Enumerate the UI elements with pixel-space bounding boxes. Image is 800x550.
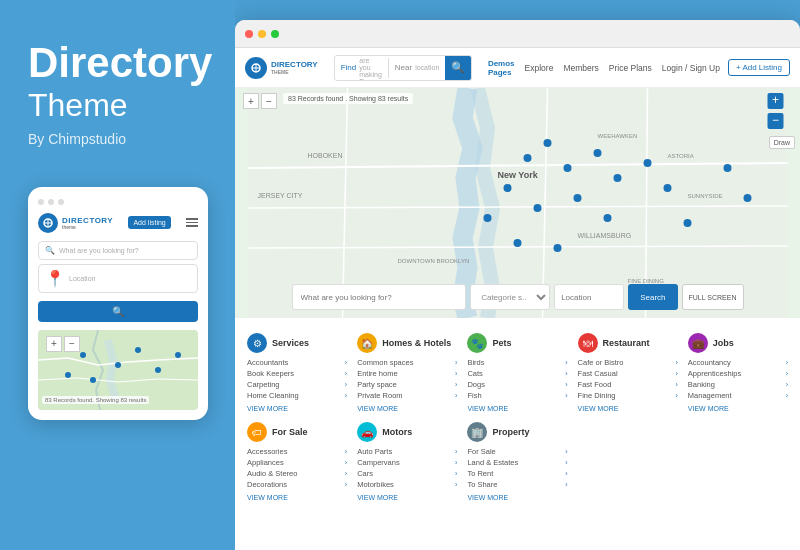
nav-near-value[interactable]: location bbox=[415, 64, 439, 71]
map-zoom-in-button[interactable]: + bbox=[243, 93, 259, 109]
cat-header-jobs[interactable]: 💼 Jobs bbox=[688, 333, 788, 353]
svg-point-36 bbox=[664, 184, 672, 192]
nav-find-value[interactable]: What are you making R... bbox=[359, 55, 382, 81]
svg-text:DOWNTOWN BROOKLYN: DOWNTOWN BROOKLYN bbox=[398, 258, 470, 264]
nav-logo: DIRECTORY theme bbox=[245, 57, 318, 79]
list-item[interactable]: Party space› bbox=[357, 380, 457, 389]
list-item[interactable]: Birds› bbox=[467, 358, 567, 367]
cat-item-label: Fast Food bbox=[578, 380, 612, 389]
map-search-button[interactable]: Search bbox=[628, 284, 677, 310]
list-item[interactable]: Accessories› bbox=[247, 447, 347, 456]
list-item[interactable]: To Rent› bbox=[467, 469, 567, 478]
mock-near-input[interactable]: Location bbox=[69, 275, 95, 282]
list-item[interactable]: To Share› bbox=[467, 480, 567, 489]
nav-link-members[interactable]: Members bbox=[563, 63, 598, 73]
svg-point-34 bbox=[614, 174, 622, 182]
list-item[interactable]: Appliances› bbox=[247, 458, 347, 467]
cat-item-arrow-icon: › bbox=[455, 381, 457, 388]
list-item[interactable]: Land & Estates› bbox=[467, 458, 567, 467]
list-item[interactable]: Fish› bbox=[467, 391, 567, 400]
map-zoom-out-button[interactable]: − bbox=[261, 93, 277, 109]
cat-title-for-sale: For Sale bbox=[272, 427, 308, 437]
list-item[interactable]: Common spaces› bbox=[357, 358, 457, 367]
list-item[interactable]: Carpeting› bbox=[247, 380, 347, 389]
map-draw-button[interactable]: Draw bbox=[769, 136, 795, 149]
list-item[interactable]: Motorbikes› bbox=[357, 480, 457, 489]
mock-hamburger-icon[interactable] bbox=[186, 218, 198, 227]
list-item[interactable]: Accountants› bbox=[247, 358, 347, 367]
list-item[interactable]: For Sale› bbox=[467, 447, 567, 456]
cat-title-property: Property bbox=[492, 427, 529, 437]
list-item[interactable]: Fine Dining› bbox=[578, 391, 678, 400]
list-item[interactable]: Campervans› bbox=[357, 458, 457, 467]
cat-title-homes-hotels: Homes & Hotels bbox=[382, 338, 451, 348]
list-item[interactable]: Banking› bbox=[688, 380, 788, 389]
list-item[interactable]: Apprenticeships› bbox=[688, 369, 788, 378]
svg-point-6 bbox=[135, 347, 141, 353]
browser-mockup: DIRECTORY theme Find What are you making… bbox=[235, 20, 800, 550]
cat-item-label: Cats bbox=[467, 369, 482, 378]
nav-link-demos[interactable]: DemosPages bbox=[488, 59, 515, 77]
cat-view-more-for-sale[interactable]: VIEW MORE bbox=[247, 494, 347, 501]
cat-item-label: Management bbox=[688, 391, 732, 400]
list-item[interactable]: Cafe or Bistro› bbox=[578, 358, 678, 367]
list-item[interactable]: Book Keepers› bbox=[247, 369, 347, 378]
nav-search-button[interactable]: 🔍 bbox=[445, 55, 471, 81]
map-zoom-controls[interactable]: + − bbox=[243, 93, 277, 109]
cat-item-arrow-icon: › bbox=[786, 381, 788, 388]
cat-header-pets[interactable]: 🐾 Pets bbox=[467, 333, 567, 353]
cat-item-label: Accessories bbox=[247, 447, 287, 456]
cat-view-more-jobs[interactable]: VIEW MORE bbox=[688, 405, 788, 412]
browser-dot-minimize bbox=[258, 30, 266, 38]
map-location-input[interactable] bbox=[554, 284, 624, 310]
mock-search-button[interactable]: 🔍 bbox=[38, 301, 198, 322]
list-item[interactable]: Home Cleaning› bbox=[247, 391, 347, 400]
nav-link-login[interactable]: Login / Sign Up bbox=[662, 63, 720, 73]
cat-header-motors[interactable]: 🚗 Motors bbox=[357, 422, 457, 442]
nav-add-listing-button[interactable]: + Add Listing bbox=[728, 59, 790, 76]
svg-point-33 bbox=[594, 149, 602, 157]
cat-item-arrow-icon: › bbox=[565, 481, 567, 488]
cat-view-more-pets[interactable]: VIEW MORE bbox=[467, 405, 567, 412]
list-item[interactable]: Auto Parts› bbox=[357, 447, 457, 456]
categories-grid: ⚙ Services Accountants›Book Keepers›Carp… bbox=[247, 333, 788, 501]
cat-header-property[interactable]: 🏢 Property bbox=[467, 422, 567, 442]
list-item[interactable]: Decorations› bbox=[247, 480, 347, 489]
mock-zoom-in[interactable]: + bbox=[46, 336, 62, 352]
list-item[interactable]: Management› bbox=[688, 391, 788, 400]
cat-header-homes-hotels[interactable]: 🏠 Homes & Hotels bbox=[357, 333, 457, 353]
list-item[interactable]: Audio & Stereo› bbox=[247, 469, 347, 478]
mock-zoom-out[interactable]: − bbox=[64, 336, 80, 352]
list-item[interactable]: Cars› bbox=[357, 469, 457, 478]
mock-window-dots bbox=[38, 199, 198, 205]
map-category-select[interactable]: Categorie s... bbox=[470, 284, 550, 310]
mock-add-listing-button[interactable]: Add listing bbox=[128, 216, 170, 229]
cat-header-services[interactable]: ⚙ Services bbox=[247, 333, 347, 353]
cat-header-for-sale[interactable]: 🏷 For Sale bbox=[247, 422, 347, 442]
list-item[interactable]: Entire home› bbox=[357, 369, 457, 378]
nav-search-bar[interactable]: Find What are you making R... Near locat… bbox=[334, 55, 472, 81]
cat-view-more-homes-hotels[interactable]: VIEW MORE bbox=[357, 405, 457, 412]
list-item[interactable]: Accountancy› bbox=[688, 358, 788, 367]
cat-item-arrow-icon: › bbox=[786, 359, 788, 366]
cat-view-more-restaurant[interactable]: VIEW MORE bbox=[578, 405, 678, 412]
mock-map-controls[interactable]: + − bbox=[46, 336, 80, 352]
nav-near-section: Near location bbox=[389, 63, 445, 72]
list-item[interactable]: Fast Food› bbox=[578, 380, 678, 389]
cat-view-more-property[interactable]: VIEW MORE bbox=[467, 494, 567, 501]
list-item[interactable]: Dogs› bbox=[467, 380, 567, 389]
map-search-input[interactable] bbox=[292, 284, 467, 310]
cat-view-more-services[interactable]: VIEW MORE bbox=[247, 405, 347, 412]
mock-find-input[interactable]: What are you looking for? bbox=[59, 247, 139, 254]
category-col-jobs: 💼 Jobs Accountancy›Apprenticeships›Banki… bbox=[688, 333, 788, 412]
cat-header-restaurant[interactable]: 🍽 Restaurant bbox=[578, 333, 678, 353]
list-item[interactable]: Private Room› bbox=[357, 391, 457, 400]
map-fullscreen-button[interactable]: FULL SCREEN bbox=[682, 284, 744, 310]
cat-view-more-motors[interactable]: VIEW MORE bbox=[357, 494, 457, 501]
nav-link-price[interactable]: Price Plans bbox=[609, 63, 652, 73]
nav-link-explore[interactable]: Explore bbox=[525, 63, 554, 73]
mock-dot-1 bbox=[38, 199, 44, 205]
list-item[interactable]: Fast Casual› bbox=[578, 369, 678, 378]
list-item[interactable]: Cats› bbox=[467, 369, 567, 378]
cat-item-arrow-icon: › bbox=[565, 359, 567, 366]
